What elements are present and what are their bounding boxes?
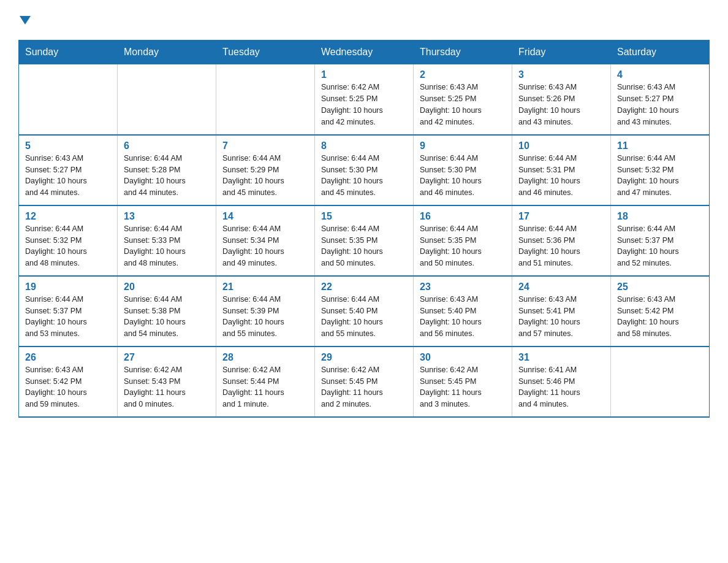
day-number: 17 [518, 211, 604, 222]
calendar-cell: 2Sunrise: 6:43 AM Sunset: 5:25 PM Daylig… [414, 64, 512, 135]
calendar-cell: 30Sunrise: 6:42 AM Sunset: 5:45 PM Dayli… [414, 347, 512, 417]
day-number: 20 [124, 282, 210, 293]
day-number: 12 [25, 211, 111, 222]
calendar-cell: 29Sunrise: 6:42 AM Sunset: 5:45 PM Dayli… [315, 347, 414, 417]
day-number: 11 [617, 140, 703, 151]
calendar-cell: 27Sunrise: 6:42 AM Sunset: 5:43 PM Dayli… [118, 347, 216, 417]
calendar-cell: 22Sunrise: 6:44 AM Sunset: 5:40 PM Dayli… [315, 276, 414, 347]
calendar-cell: 19Sunrise: 6:44 AM Sunset: 5:37 PM Dayli… [19, 276, 118, 347]
day-info: Sunrise: 6:42 AM Sunset: 5:43 PM Dayligh… [124, 364, 210, 410]
day-info: Sunrise: 6:44 AM Sunset: 5:35 PM Dayligh… [420, 223, 506, 269]
day-info: Sunrise: 6:42 AM Sunset: 5:45 PM Dayligh… [321, 364, 407, 410]
day-number: 28 [222, 352, 308, 363]
calendar-cell: 20Sunrise: 6:44 AM Sunset: 5:38 PM Dayli… [118, 276, 216, 347]
calendar-cell: 10Sunrise: 6:44 AM Sunset: 5:31 PM Dayli… [512, 135, 611, 205]
calendar-week-row: 26Sunrise: 6:43 AM Sunset: 5:42 PM Dayli… [19, 347, 710, 417]
col-header-thursday: Thursday [414, 40, 512, 64]
day-info: Sunrise: 6:44 AM Sunset: 5:38 PM Dayligh… [124, 294, 210, 340]
day-number: 7 [222, 140, 308, 151]
calendar-cell: 15Sunrise: 6:44 AM Sunset: 5:35 PM Dayli… [315, 205, 414, 276]
day-number: 31 [518, 352, 604, 363]
day-info: Sunrise: 6:44 AM Sunset: 5:39 PM Dayligh… [222, 294, 308, 340]
day-info: Sunrise: 6:43 AM Sunset: 5:27 PM Dayligh… [25, 153, 111, 199]
calendar-cell: 5Sunrise: 6:43 AM Sunset: 5:27 PM Daylig… [19, 135, 118, 205]
day-number: 29 [321, 352, 407, 363]
day-info: Sunrise: 6:44 AM Sunset: 5:33 PM Dayligh… [124, 223, 210, 269]
day-number: 1 [321, 69, 407, 80]
calendar-week-row: 12Sunrise: 6:44 AM Sunset: 5:32 PM Dayli… [19, 205, 710, 276]
logo-triangle-icon [20, 16, 31, 25]
day-number: 8 [321, 140, 407, 151]
day-number: 14 [222, 211, 308, 222]
calendar-cell: 16Sunrise: 6:44 AM Sunset: 5:35 PM Dayli… [414, 205, 512, 276]
day-info: Sunrise: 6:43 AM Sunset: 5:25 PM Dayligh… [420, 82, 506, 128]
col-header-friday: Friday [512, 40, 611, 64]
day-number: 4 [617, 69, 703, 80]
logo [18, 12, 31, 29]
calendar-cell: 13Sunrise: 6:44 AM Sunset: 5:33 PM Dayli… [118, 205, 216, 276]
calendar-cell: 4Sunrise: 6:43 AM Sunset: 5:27 PM Daylig… [611, 64, 710, 135]
day-number: 25 [617, 282, 703, 293]
day-number: 2 [420, 69, 506, 80]
day-number: 21 [222, 282, 308, 293]
day-number: 23 [420, 282, 506, 293]
day-number: 15 [321, 211, 407, 222]
day-info: Sunrise: 6:43 AM Sunset: 5:27 PM Dayligh… [617, 82, 703, 128]
day-info: Sunrise: 6:43 AM Sunset: 5:41 PM Dayligh… [518, 294, 604, 340]
calendar-cell [611, 347, 710, 417]
calendar-cell: 17Sunrise: 6:44 AM Sunset: 5:36 PM Dayli… [512, 205, 611, 276]
col-header-monday: Monday [118, 40, 216, 64]
calendar-cell: 25Sunrise: 6:43 AM Sunset: 5:42 PM Dayli… [611, 276, 710, 347]
day-info: Sunrise: 6:44 AM Sunset: 5:35 PM Dayligh… [321, 223, 407, 269]
page-header [18, 12, 710, 29]
calendar-cell: 18Sunrise: 6:44 AM Sunset: 5:37 PM Dayli… [611, 205, 710, 276]
col-header-tuesday: Tuesday [216, 40, 315, 64]
day-info: Sunrise: 6:42 AM Sunset: 5:45 PM Dayligh… [420, 364, 506, 410]
day-number: 30 [420, 352, 506, 363]
day-number: 10 [518, 140, 604, 151]
day-number: 19 [25, 282, 111, 293]
day-info: Sunrise: 6:44 AM Sunset: 5:31 PM Dayligh… [518, 153, 604, 199]
calendar-cell: 23Sunrise: 6:43 AM Sunset: 5:40 PM Dayli… [414, 276, 512, 347]
calendar-cell: 1Sunrise: 6:42 AM Sunset: 5:25 PM Daylig… [315, 64, 414, 135]
calendar-cell: 21Sunrise: 6:44 AM Sunset: 5:39 PM Dayli… [216, 276, 315, 347]
calendar-cell: 26Sunrise: 6:43 AM Sunset: 5:42 PM Dayli… [19, 347, 118, 417]
day-number: 22 [321, 282, 407, 293]
calendar-cell: 9Sunrise: 6:44 AM Sunset: 5:30 PM Daylig… [414, 135, 512, 205]
day-info: Sunrise: 6:44 AM Sunset: 5:32 PM Dayligh… [617, 153, 703, 199]
day-info: Sunrise: 6:44 AM Sunset: 5:40 PM Dayligh… [321, 294, 407, 340]
day-info: Sunrise: 6:44 AM Sunset: 5:30 PM Dayligh… [321, 153, 407, 199]
col-header-wednesday: Wednesday [315, 40, 414, 64]
col-header-saturday: Saturday [611, 40, 710, 64]
calendar-cell: 8Sunrise: 6:44 AM Sunset: 5:30 PM Daylig… [315, 135, 414, 205]
day-number: 9 [420, 140, 506, 151]
day-info: Sunrise: 6:44 AM Sunset: 5:34 PM Dayligh… [222, 223, 308, 269]
day-info: Sunrise: 6:41 AM Sunset: 5:46 PM Dayligh… [518, 364, 604, 410]
calendar-cell: 31Sunrise: 6:41 AM Sunset: 5:46 PM Dayli… [512, 347, 611, 417]
day-info: Sunrise: 6:44 AM Sunset: 5:32 PM Dayligh… [25, 223, 111, 269]
day-info: Sunrise: 6:44 AM Sunset: 5:36 PM Dayligh… [518, 223, 604, 269]
calendar-cell: 28Sunrise: 6:42 AM Sunset: 5:44 PM Dayli… [216, 347, 315, 417]
day-number: 3 [518, 69, 604, 80]
day-info: Sunrise: 6:44 AM Sunset: 5:29 PM Dayligh… [222, 153, 308, 199]
day-info: Sunrise: 6:44 AM Sunset: 5:30 PM Dayligh… [420, 153, 506, 199]
day-info: Sunrise: 6:44 AM Sunset: 5:28 PM Dayligh… [124, 153, 210, 199]
day-number: 27 [124, 352, 210, 363]
day-number: 26 [25, 352, 111, 363]
calendar-cell: 7Sunrise: 6:44 AM Sunset: 5:29 PM Daylig… [216, 135, 315, 205]
calendar-cell [216, 64, 315, 135]
calendar-cell: 14Sunrise: 6:44 AM Sunset: 5:34 PM Dayli… [216, 205, 315, 276]
day-info: Sunrise: 6:43 AM Sunset: 5:42 PM Dayligh… [617, 294, 703, 340]
day-info: Sunrise: 6:44 AM Sunset: 5:37 PM Dayligh… [25, 294, 111, 340]
day-info: Sunrise: 6:42 AM Sunset: 5:25 PM Dayligh… [321, 82, 407, 128]
day-info: Sunrise: 6:43 AM Sunset: 5:40 PM Dayligh… [420, 294, 506, 340]
calendar-cell: 24Sunrise: 6:43 AM Sunset: 5:41 PM Dayli… [512, 276, 611, 347]
calendar-cell: 6Sunrise: 6:44 AM Sunset: 5:28 PM Daylig… [118, 135, 216, 205]
calendar-week-row: 5Sunrise: 6:43 AM Sunset: 5:27 PM Daylig… [19, 135, 710, 205]
day-number: 18 [617, 211, 703, 222]
day-number: 13 [124, 211, 210, 222]
day-info: Sunrise: 6:43 AM Sunset: 5:42 PM Dayligh… [25, 364, 111, 410]
calendar-header-row: SundayMondayTuesdayWednesdayThursdayFrid… [19, 40, 710, 64]
calendar-cell [19, 64, 118, 135]
calendar-cell: 3Sunrise: 6:43 AM Sunset: 5:26 PM Daylig… [512, 64, 611, 135]
